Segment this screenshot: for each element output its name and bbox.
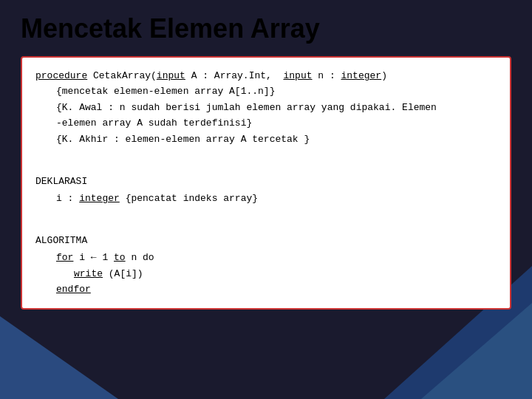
endfor-line: endfor bbox=[35, 282, 497, 297]
write-line: write (A[i]) bbox=[35, 266, 497, 282]
page-title: Mencetak Elemen Array bbox=[21, 13, 511, 44]
blank1 bbox=[35, 147, 497, 163]
procedure-signature: procedure CetakArray(input A : Array.Int… bbox=[35, 68, 497, 83]
kw-procedure: procedure bbox=[35, 70, 87, 81]
kw-integer2: integer bbox=[79, 193, 120, 204]
comment1: {mencetak elemen-elemen array A[1..n]} bbox=[35, 83, 497, 99]
algoritma-label: ALGORITMA bbox=[35, 233, 497, 248]
comment3: {K. Akhir : elemen-elemen array A tercet… bbox=[35, 132, 497, 147]
code-box: procedure CetakArray(input A : Array.Int… bbox=[21, 56, 511, 310]
main-container: Mencetak Elemen Array procedure CetakArr… bbox=[0, 0, 532, 399]
kw-do: do bbox=[143, 252, 154, 263]
comment2-1: {K. Awal : n sudah berisi jumlah elemen … bbox=[35, 100, 497, 115]
kw-integer1: integer bbox=[341, 70, 382, 81]
kw-endfor: endfor bbox=[56, 284, 91, 295]
comment2-2: -elemen array A sudah terdefinisi} bbox=[35, 115, 497, 131]
kw-to: to bbox=[114, 252, 126, 263]
blank2 bbox=[35, 207, 497, 222]
deklarasi-label: DEKLARASI bbox=[35, 174, 497, 189]
kw-write: write bbox=[74, 268, 103, 279]
kw-input1: input bbox=[157, 70, 185, 81]
kw-input2: input bbox=[283, 70, 312, 81]
for-line: for i ← 1 to n do bbox=[35, 250, 497, 265]
kw-for: for bbox=[56, 252, 73, 263]
deklarasi-line: i : integer {pencatat indeks array} bbox=[35, 191, 497, 206]
